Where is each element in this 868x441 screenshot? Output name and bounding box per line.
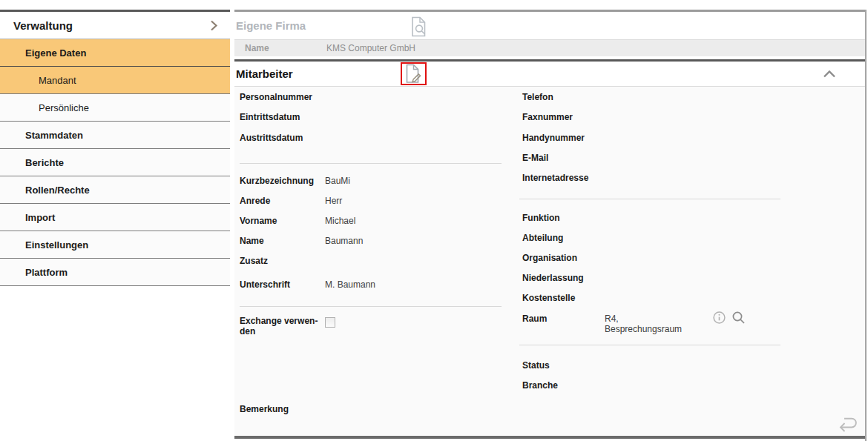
chevron-up-icon[interactable] xyxy=(823,70,836,78)
group-divider xyxy=(240,306,502,307)
sidebar-item-plattform[interactable]: Plattform xyxy=(0,259,230,286)
field-niederlassung: Niederlassung xyxy=(522,273,605,283)
sidebar-item-einstellungen[interactable]: Einstellungen xyxy=(0,231,230,259)
firma-name-label: Name xyxy=(245,43,269,53)
field-label: Funktion xyxy=(522,213,605,223)
sidebar-header-verwaltung[interactable]: Verwaltung xyxy=(0,12,230,39)
group-divider xyxy=(519,199,780,199)
mitarbeiter-header: Mitarbeiter xyxy=(234,62,865,87)
field-branche: Branche xyxy=(522,380,605,391)
sidebar-item-import[interactable]: Import xyxy=(0,204,230,231)
field-label: Telefon xyxy=(522,92,605,102)
field-exchange-verwenden: Exchange verwen- den xyxy=(240,316,329,336)
field-value[interactable]: Michael xyxy=(325,216,355,226)
group-divider xyxy=(519,345,780,345)
sidebar-title-label: Verwaltung xyxy=(13,19,73,32)
document-edit-icon[interactable] xyxy=(404,64,424,84)
field-label: Handynummer xyxy=(522,133,605,143)
sidebar-item-eigene-daten[interactable]: Eigene Daten xyxy=(0,39,230,67)
field-label: Eintrittsdatum xyxy=(240,112,325,122)
info-icon[interactable] xyxy=(712,311,726,325)
field-label: Austrittsdatum xyxy=(240,133,325,143)
bottom-scrollbar[interactable] xyxy=(234,436,865,439)
sidebar-item-label: Plattform xyxy=(25,267,68,278)
mitarbeiter-title: Mitarbeiter xyxy=(236,67,293,80)
field-vorname: Vorname Michael xyxy=(240,216,355,226)
firma-name-value: KMS Computer GmbH xyxy=(326,43,415,53)
field-austrittsdatum: Austrittsdatum xyxy=(240,133,325,143)
field-anrede: Anrede Herr xyxy=(240,196,342,206)
field-label: Vorname xyxy=(240,216,325,226)
field-label: E-Mail xyxy=(522,153,605,163)
field-label: Bemerkung xyxy=(240,404,325,414)
mitarbeiter-form: Personalnummer Eintrittsdatum Austrittsd… xyxy=(234,87,865,436)
sidebar: Verwaltung Eigene Daten Mandant Persönli… xyxy=(0,10,230,286)
field-label: Name xyxy=(240,236,325,246)
sidebar-item-mandant[interactable]: Mandant xyxy=(0,67,230,94)
chevron-right-icon xyxy=(210,19,218,32)
field-label: Exchange verwen- den xyxy=(240,316,323,336)
field-label: Unterschrift xyxy=(240,279,325,290)
sidebar-item-label: Persönliche xyxy=(39,102,89,113)
field-label: Zusatz xyxy=(240,256,325,266)
field-organisation: Organisation xyxy=(522,253,605,263)
field-value[interactable]: R4, Besprechungsraum xyxy=(605,314,708,334)
field-raum: Raum R4, Besprechungsraum xyxy=(522,314,708,334)
sidebar-item-label: Rollen/Rechte xyxy=(25,185,90,196)
sidebar-item-label: Einstellungen xyxy=(25,239,88,251)
field-personalnummer: Personalnummer xyxy=(240,92,325,102)
field-label: Abteilung xyxy=(522,233,605,243)
field-abteilung: Abteilung xyxy=(522,233,605,243)
exchange-checkbox[interactable] xyxy=(325,317,335,328)
field-label: Raum xyxy=(522,314,605,334)
field-name: Name Baumann xyxy=(240,236,363,246)
search-icon[interactable] xyxy=(731,311,746,325)
field-kostenstelle: Kostenstelle xyxy=(522,293,605,303)
field-label: Branche xyxy=(522,380,605,391)
field-eintrittsdatum: Eintrittsdatum xyxy=(240,112,325,122)
group-divider xyxy=(240,163,502,164)
field-label: Kostenstelle xyxy=(522,293,605,303)
field-value[interactable]: Herr xyxy=(325,196,342,206)
eigene-firma-header: Eigene Firma xyxy=(234,12,865,40)
field-label: Status xyxy=(522,360,605,371)
field-label: Kurzbezeichnung xyxy=(240,176,325,186)
field-label: Faxnummer xyxy=(522,112,605,122)
sidebar-item-persoenliche[interactable]: Persönliche xyxy=(0,94,230,122)
field-internetadresse: Internetadresse xyxy=(522,173,605,183)
sidebar-item-rollen-rechte[interactable]: Rollen/Rechte xyxy=(0,176,230,204)
field-label: Anrede xyxy=(240,196,325,206)
field-label: Niederlassung xyxy=(522,273,605,283)
main-panel: Eigene Firma Name KMS Computer GmbH Mita… xyxy=(234,10,867,441)
annotation-highlight-box xyxy=(401,62,427,85)
return-icon[interactable] xyxy=(837,415,860,432)
field-label: Personalnummer xyxy=(240,92,325,102)
sidebar-item-label: Mandant xyxy=(39,75,76,86)
sidebar-item-berichte[interactable]: Berichte xyxy=(0,149,230,176)
document-search-icon[interactable] xyxy=(410,16,430,37)
sidebar-item-stammdaten[interactable]: Stammdaten xyxy=(0,122,230,149)
field-status: Status xyxy=(522,360,605,371)
field-faxnummer: Faxnummer xyxy=(522,112,605,122)
field-unterschrift: Unterschrift M. Baumann xyxy=(240,279,375,290)
field-bemerkung: Bemerkung xyxy=(240,404,325,414)
field-value[interactable]: BauMi xyxy=(325,176,350,186)
field-email: E-Mail xyxy=(522,153,605,163)
firma-name-row: Name KMS Computer GmbH xyxy=(234,40,865,56)
eigene-firma-title: Eigene Firma xyxy=(236,19,306,32)
sidebar-item-label: Berichte xyxy=(25,157,64,168)
field-zusatz: Zusatz xyxy=(240,256,325,266)
sidebar-item-label: Eigene Daten xyxy=(25,47,86,59)
field-value[interactable]: Baumann xyxy=(325,236,363,246)
sidebar-item-label: Import xyxy=(25,212,55,223)
field-funktion: Funktion xyxy=(522,213,605,223)
field-telefon: Telefon xyxy=(522,92,605,102)
field-label: Internetadresse xyxy=(522,173,605,183)
field-label: Organisation xyxy=(522,253,605,263)
sidebar-item-label: Stammdaten xyxy=(25,130,83,141)
field-kurzbezeichnung: Kurzbezeichnung BauMi xyxy=(240,176,350,186)
field-handynummer: Handynummer xyxy=(522,133,605,143)
field-value[interactable]: M. Baumann xyxy=(325,279,375,290)
